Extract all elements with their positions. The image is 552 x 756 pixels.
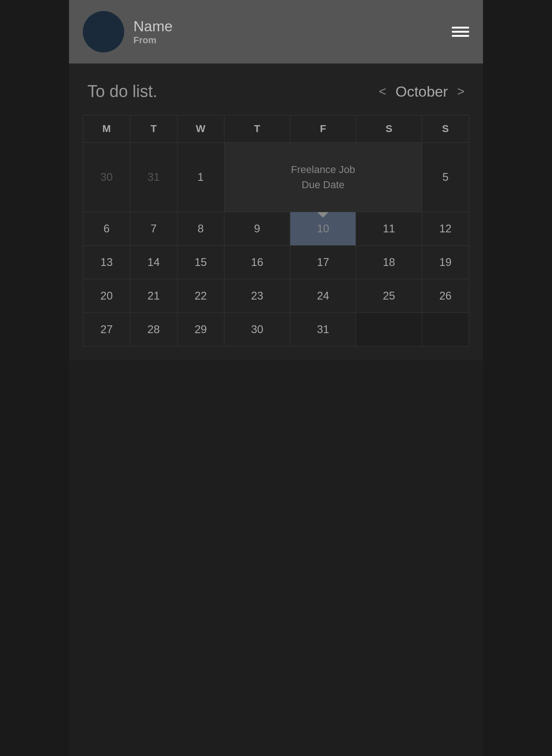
calendar: M T W T F S S 30 31 1 Freelance [83, 115, 469, 346]
menu-button[interactable] [452, 27, 469, 37]
calendar-header-row: M T W T F S S [83, 115, 469, 143]
day-9[interactable]: 9 [224, 212, 290, 246]
day-16[interactable]: 16 [224, 246, 290, 279]
day-20[interactable]: 20 [83, 279, 130, 313]
day-19[interactable]: 19 [422, 246, 469, 279]
day-7[interactable]: 7 [130, 212, 177, 246]
day-18[interactable]: 18 [356, 246, 422, 279]
calendar-week-3: 13 14 15 16 17 18 19 [83, 246, 469, 279]
day-28[interactable]: 28 [130, 313, 177, 346]
day-14[interactable]: 14 [130, 246, 177, 279]
prev-month-button[interactable]: < [379, 84, 386, 99]
day-8[interactable]: 8 [177, 212, 224, 246]
day-31[interactable]: 31 [290, 313, 356, 346]
empty-cell-1 [356, 313, 422, 346]
col-header-mon: M [83, 115, 130, 143]
col-header-sun: S [422, 115, 469, 143]
todo-title: To do list. [87, 82, 157, 101]
day-15[interactable]: 15 [177, 246, 224, 279]
menu-bar-1 [452, 27, 469, 29]
day-17[interactable]: 17 [290, 246, 356, 279]
popup-content: Freelance Job Due Date [229, 153, 417, 202]
calendar-week-5: 27 28 29 30 31 [83, 313, 469, 346]
avatar [83, 11, 124, 52]
month-label: October [396, 83, 448, 100]
next-month-button[interactable]: > [457, 84, 465, 99]
day-26[interactable]: 26 [422, 279, 469, 313]
day-6[interactable]: 6 [83, 212, 130, 246]
col-header-thu: T [224, 115, 290, 143]
day-21[interactable]: 21 [130, 279, 177, 313]
user-info: Name From [133, 18, 443, 46]
day-11[interactable]: 11 [356, 212, 422, 246]
today-marker [317, 212, 328, 218]
col-header-fri: F [290, 115, 356, 143]
day-5[interactable]: 5 [422, 143, 469, 212]
day-29[interactable]: 29 [177, 313, 224, 346]
month-nav: < October > [379, 83, 465, 100]
day-30[interactable]: 30 [224, 313, 290, 346]
day-24[interactable]: 24 [290, 279, 356, 313]
day-25[interactable]: 25 [356, 279, 422, 313]
popup-line1: Freelance Job [291, 164, 355, 175]
header: Name From [69, 0, 483, 63]
day-10-highlighted[interactable]: 10 [290, 212, 356, 246]
day-22[interactable]: 22 [177, 279, 224, 313]
user-from: From [133, 35, 443, 46]
day-12[interactable]: 12 [422, 212, 469, 246]
app-container: Name From To do list. < October > M T [69, 0, 483, 756]
day-27[interactable]: 27 [83, 313, 130, 346]
day-30-prev[interactable]: 30 [83, 143, 130, 212]
user-name: Name [133, 18, 443, 35]
popup-line2: Due Date [302, 179, 345, 190]
col-header-tue: T [130, 115, 177, 143]
menu-bar-3 [452, 35, 469, 37]
calendar-week-1: 30 31 1 Freelance Job Due Date 5 [83, 143, 469, 212]
day-23[interactable]: 23 [224, 279, 290, 313]
col-header-sat: S [356, 115, 422, 143]
menu-bar-2 [452, 31, 469, 33]
day-1[interactable]: 1 [177, 143, 224, 212]
day-13[interactable]: 13 [83, 246, 130, 279]
col-header-wed: W [177, 115, 224, 143]
calendar-week-2: 6 7 8 9 10 11 12 [83, 212, 469, 246]
day-31-prev[interactable]: 31 [130, 143, 177, 212]
top-bar: To do list. < October > [83, 82, 469, 101]
calendar-week-4: 20 21 22 23 24 25 26 [83, 279, 469, 313]
main-content: To do list. < October > M T W T F S S [69, 63, 483, 360]
freelance-job-popup: Freelance Job Due Date [224, 143, 422, 212]
empty-cell-2 [422, 313, 469, 346]
